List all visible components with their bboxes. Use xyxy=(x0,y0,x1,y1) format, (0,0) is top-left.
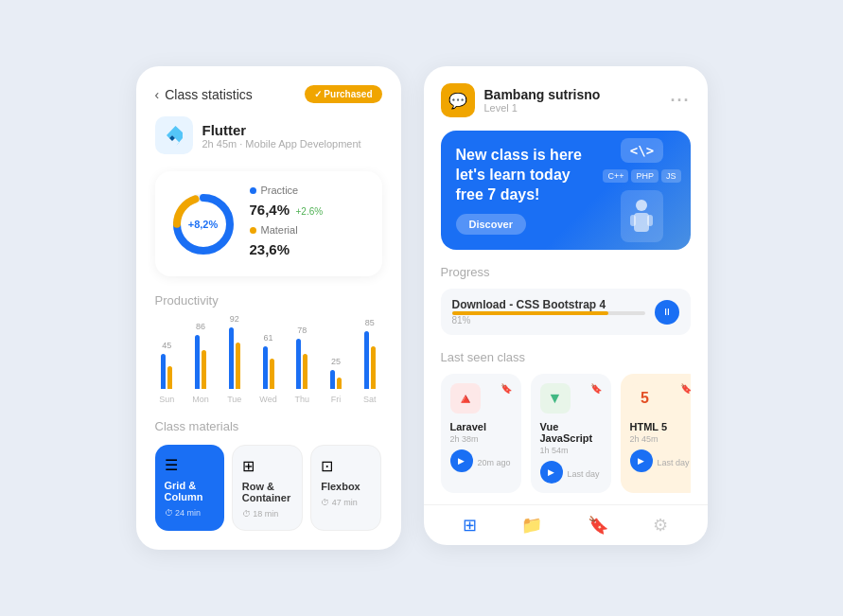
card-header: ‹ Class statistics ✓ Purchased xyxy=(155,85,382,103)
material-value: 23,6% xyxy=(250,241,290,257)
purchased-label: ✓ Purchased xyxy=(314,89,373,99)
bars-pair xyxy=(263,346,274,389)
bars-pair xyxy=(161,354,172,389)
pause-button[interactable]: ⏸ xyxy=(655,300,679,325)
material-time: ⏱ 18 min xyxy=(242,509,279,519)
banner-decoration: <\> C++ PHP JS xyxy=(603,138,680,242)
play-button[interactable]: ▶ xyxy=(630,449,653,472)
practice-stat: Practice xyxy=(250,185,367,196)
last-seen-section: Last seen class 🔺🔖Laravel2h 38m▶20m ago▼… xyxy=(424,350,708,504)
class-card: 5🔖HTML 52h 45m▶Last day xyxy=(621,374,691,493)
material-time: ⏱ 47 min xyxy=(321,498,358,507)
practice-dot xyxy=(250,187,256,194)
more-options-icon[interactable]: ··· xyxy=(670,91,690,111)
yellow-bar xyxy=(337,378,342,389)
material-name: Grid & Column xyxy=(165,480,203,502)
course-title: Flutter xyxy=(202,122,361,138)
blue-bar xyxy=(161,354,166,389)
nav-bookmark-icon[interactable]: 🔖 xyxy=(588,515,608,536)
bar-number: 92 xyxy=(230,314,239,324)
lang-php: PHP xyxy=(631,169,659,183)
bars-pair xyxy=(229,327,240,389)
bar-day-label: Sat xyxy=(363,395,377,404)
page-title: Class statistics xyxy=(165,87,253,102)
class-time: 20m ago xyxy=(478,458,511,467)
play-button[interactable]: ▶ xyxy=(540,461,563,484)
course-info: Flutter 2h 45m · Mobile App Development xyxy=(155,116,382,154)
blue-bar xyxy=(364,331,369,389)
last-seen-title: Last seen class xyxy=(441,350,691,364)
nav-settings-icon[interactable]: ⚙ xyxy=(653,515,668,536)
bar-day-label: Thu xyxy=(294,395,309,404)
bar-number: 78 xyxy=(297,326,307,335)
class-name: Laravel xyxy=(450,421,512,432)
nav-folder-icon[interactable]: 📁 xyxy=(521,515,542,536)
material-time: ⏱ 24 min xyxy=(165,508,202,518)
material-icon: ⊞ xyxy=(242,457,255,475)
material-card[interactable]: ⊡Flexbox⏱ 47 min xyxy=(310,445,381,531)
bar-group: 86Mon xyxy=(188,322,213,404)
bars-pair xyxy=(330,370,342,389)
class-icon-html: 5 xyxy=(630,383,660,414)
practice-change: +2.6% xyxy=(296,206,324,217)
bar-group: 45Sun xyxy=(155,341,180,404)
donut-chart: +8,2% xyxy=(170,191,237,257)
bar-number: 25 xyxy=(331,357,341,366)
class-duration: 2h 45m xyxy=(630,434,691,444)
progress-section: Progress Download - CSS Bootstrap 4 81% … xyxy=(441,265,691,335)
donut-label: +8,2% xyxy=(188,219,219,230)
bars-pair xyxy=(195,335,206,389)
practice-label: Practice xyxy=(261,185,299,196)
user-header: 💬 Bambang sutrisno Level 1 ··· xyxy=(441,83,691,117)
progress-percent: 81% xyxy=(452,315,645,326)
bookmark-icon[interactable]: 🔖 xyxy=(590,383,602,394)
class-duration: 1h 54m xyxy=(540,446,602,455)
svg-rect-6 xyxy=(647,215,653,226)
material-card[interactable]: ☰Grid & Column⏱ 24 min xyxy=(155,445,224,531)
bar-group: 25Fri xyxy=(324,357,348,404)
blue-bar xyxy=(229,327,234,389)
left-panel: ‹ Class statistics ✓ Purchased Flutter 2… xyxy=(136,66,401,550)
bars-pair xyxy=(296,339,307,389)
bar-group: 61Wed xyxy=(256,333,281,404)
course-meta: 2h 45m · Mobile App Development xyxy=(202,138,361,150)
bars-pair xyxy=(364,331,376,389)
lang-js: JS xyxy=(661,169,681,183)
material-name: Flexbox xyxy=(321,481,360,492)
stats-section: +8,2% Practice 76,4% +2.6% xyxy=(155,171,382,276)
class-time: Last day xyxy=(568,469,600,479)
class-time: Last day xyxy=(658,458,690,467)
lang-badges: C++ PHP JS xyxy=(603,169,680,183)
yellow-bar xyxy=(270,359,274,390)
back-nav[interactable]: ‹ Class statistics xyxy=(155,87,253,102)
progress-details: Download - CSS Bootstrap 4 81% xyxy=(452,298,645,326)
person-illustration xyxy=(621,190,663,242)
blue-bar xyxy=(195,335,200,389)
blue-bar xyxy=(263,346,268,389)
play-button[interactable]: ▶ xyxy=(450,449,473,472)
discover-button[interactable]: Discover xyxy=(456,214,526,235)
code-icon: <\> xyxy=(621,138,663,163)
user-info: 💬 Bambang sutrisno Level 1 xyxy=(441,83,601,117)
bookmark-icon[interactable]: 🔖 xyxy=(501,383,512,394)
back-icon: ‹ xyxy=(155,87,160,102)
bar-number: 85 xyxy=(365,318,375,327)
lang-cpp: C++ xyxy=(603,169,628,183)
bookmark-icon[interactable]: 🔖 xyxy=(680,383,691,394)
material-card[interactable]: ⊞Row & Container⏱ 18 min xyxy=(232,445,303,531)
bar-chart: 45Sun86Mon92Tue61Wed78Thu25Fri85Sat xyxy=(155,319,382,404)
practice-value: 76,4% xyxy=(250,202,290,218)
yellow-bar xyxy=(167,366,172,389)
blue-bar xyxy=(330,370,335,389)
flutter-logo xyxy=(155,116,193,154)
material-label: Material xyxy=(261,224,298,236)
bottom-nav: ⊞ 📁 🔖 ⚙ xyxy=(424,504,708,545)
material-icon: ⊡ xyxy=(321,457,333,475)
materials-grid: ☰Grid & Column⏱ 24 min⊞Row & Container⏱ … xyxy=(155,445,382,531)
material-dot xyxy=(250,227,256,234)
right-inner: 💬 Bambang sutrisno Level 1 ··· New class… xyxy=(424,66,708,335)
nav-home-icon[interactable]: ⊞ xyxy=(463,515,477,536)
user-level: Level 1 xyxy=(484,102,601,114)
svg-rect-5 xyxy=(630,215,636,226)
material-name: Row & Container xyxy=(242,481,290,503)
